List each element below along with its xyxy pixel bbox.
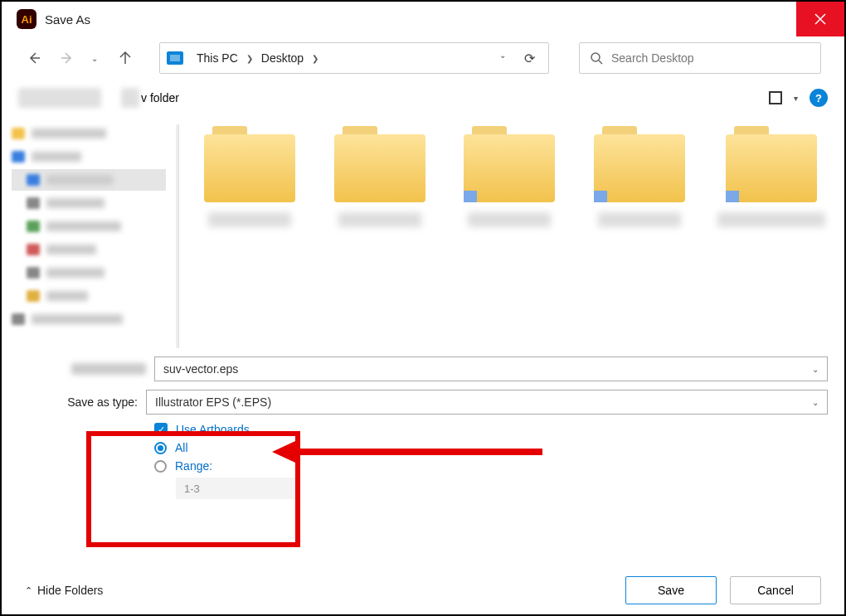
search-bar[interactable] (579, 42, 821, 74)
app-icon: Ai (17, 9, 36, 29)
use-artboards-checkbox[interactable]: ✓ (154, 423, 168, 436)
chevron-right-icon: ❯ (309, 54, 322, 63)
toolbar-item[interactable] (18, 88, 101, 108)
sidebar-item[interactable] (12, 123, 166, 144)
all-radio-label: All (175, 441, 188, 454)
folder-item[interactable] (459, 126, 561, 227)
close-button[interactable] (796, 2, 844, 36)
sidebar-item[interactable] (12, 169, 166, 191)
address-history-dropdown[interactable]: ⌄ (499, 51, 506, 66)
cancel-button[interactable]: Cancel (730, 576, 821, 604)
search-input[interactable] (611, 51, 810, 65)
refresh-button[interactable]: ⟳ (524, 51, 535, 66)
arrow-up-icon (118, 51, 133, 65)
folder-item[interactable] (199, 126, 301, 227)
file-list[interactable] (179, 116, 844, 357)
chevron-down-icon[interactable]: ⌄ (812, 365, 819, 374)
sidebar (2, 116, 176, 357)
nav-back-button[interactable] (25, 49, 43, 67)
hide-folders-button[interactable]: ⌃ Hide Folders (25, 584, 103, 597)
breadcrumb-l2[interactable]: Desktop (256, 51, 309, 65)
use-artboards-label: Use Artboards (176, 423, 250, 436)
save-as-type-value: Illustrator EPS (*.EPS) (155, 395, 271, 409)
range-radio[interactable] (154, 460, 167, 473)
view-dropdown-icon[interactable]: ▾ (794, 94, 798, 103)
pc-icon (167, 51, 183, 65)
breadcrumb-l1[interactable]: This PC (192, 51, 243, 65)
window-title: Save As (45, 12, 90, 27)
save-button[interactable]: Save (625, 576, 717, 604)
svg-point-0 (591, 53, 600, 61)
nav-history-dropdown[interactable]: ⌄ (91, 54, 98, 63)
help-button[interactable]: ? (810, 89, 828, 107)
all-radio[interactable] (154, 442, 167, 454)
folder-item[interactable] (718, 126, 824, 227)
save-as-type-label: Save as type: (60, 395, 146, 409)
nav-up-button[interactable] (116, 49, 134, 67)
chevron-up-icon: ⌃ (25, 585, 32, 596)
range-input[interactable] (176, 478, 300, 499)
view-mode-button[interactable] (769, 91, 782, 104)
sidebar-item[interactable] (12, 146, 166, 167)
chevron-down-icon[interactable]: ⌄ (812, 398, 819, 407)
hide-folders-label: Hide Folders (37, 584, 103, 597)
folder-item[interactable] (329, 126, 431, 227)
folder-item[interactable] (589, 126, 691, 227)
address-bar[interactable]: This PC ❯ Desktop ❯ ⌄ ⟳ (159, 42, 549, 74)
sidebar-item[interactable] (12, 192, 166, 214)
toolbar-item[interactable] (121, 88, 139, 108)
sidebar-item[interactable] (12, 239, 166, 260)
sidebar-item[interactable] (12, 308, 166, 330)
filename-input[interactable]: suv-vector.eps ⌄ (154, 357, 828, 381)
range-radio-label: Range: (175, 459, 212, 473)
sidebar-item[interactable] (12, 285, 166, 307)
search-icon (590, 51, 603, 65)
new-folder-button[interactable]: v folder (141, 91, 179, 104)
sidebar-item[interactable] (12, 216, 166, 237)
arrow-right-icon (60, 51, 75, 65)
arrow-left-icon (27, 51, 41, 65)
filename-value: suv-vector.eps (163, 362, 238, 376)
filename-label (71, 363, 146, 375)
save-as-type-dropdown[interactable]: Illustrator EPS (*.EPS) ⌄ (146, 390, 828, 415)
nav-forward-button[interactable] (58, 49, 76, 67)
sidebar-item[interactable] (12, 262, 166, 284)
chevron-right-icon: ❯ (243, 54, 256, 63)
close-icon (814, 13, 826, 25)
